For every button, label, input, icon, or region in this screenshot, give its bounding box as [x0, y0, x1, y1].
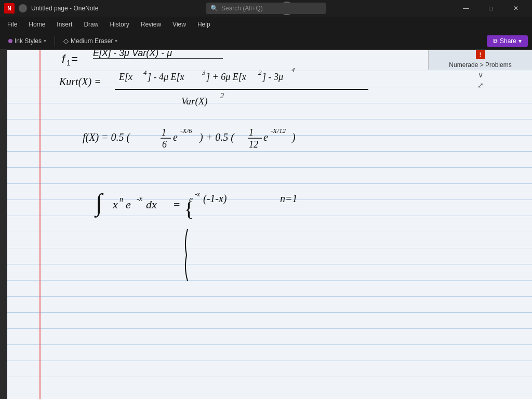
close-button[interactable]: ✕ — [504, 0, 528, 17]
search-box[interactable]: 🔍 Search (Alt+Q) — [206, 3, 326, 14]
svg-text:e: e — [126, 198, 131, 211]
svg-text:n: n — [119, 195, 123, 203]
svg-text:] - 4μ E[x: ] - 4μ E[x — [147, 72, 184, 82]
titlebar: N Untitled page - OneNote 🔍 Search (Alt+… — [0, 0, 532, 17]
svg-text:] + 6μ E[x: ] + 6μ E[x — [206, 72, 246, 82]
svg-text:=: = — [174, 198, 180, 211]
svg-text:4: 4 — [291, 66, 295, 74]
svg-text:f: f — [62, 52, 66, 65]
svg-text:2: 2 — [220, 92, 224, 100]
sidebar-strip — [0, 50, 7, 399]
menu-history[interactable]: History — [104, 19, 134, 30]
svg-text:] - 3μ: ] - 3μ — [262, 72, 283, 82]
medium-eraser-button[interactable]: ◇ Medium Eraser ▾ — [59, 35, 122, 47]
svg-text:-X/6: -X/6 — [180, 127, 192, 135]
window-controls: — □ ✕ — [454, 0, 528, 17]
svg-text:f(X) = 0.5 (: f(X) = 0.5 ( — [83, 131, 131, 143]
panel-expand-icon[interactable]: ∨ — [478, 71, 483, 79]
svg-text:∫: ∫ — [94, 189, 104, 218]
svg-text:): ) — [291, 131, 296, 143]
eraser-dropdown-icon: ▾ — [115, 38, 117, 44]
menu-insert[interactable]: Insert — [51, 19, 77, 30]
ink-styles-button[interactable]: Ink Styles ▾ — [4, 35, 50, 47]
toolbar-separator — [55, 36, 55, 46]
share-label: Share — [500, 37, 516, 45]
page-area[interactable]: f 1 = E[X] - 3μ Var(X) - μ Kurt(X) = E[x… — [7, 50, 532, 399]
svg-text:1: 1 — [249, 127, 254, 138]
medium-eraser-label: Medium Eraser — [71, 37, 113, 45]
svg-text:e: e — [263, 131, 268, 143]
maximize-button[interactable]: □ — [479, 0, 503, 17]
svg-text:6: 6 — [162, 139, 167, 150]
ink-styles-dropdown-icon: ▾ — [44, 38, 46, 44]
svg-text:(-1-x): (-1-x) — [203, 193, 227, 205]
math-content-svg: f 1 = E[X] - 3μ Var(X) - μ Kurt(X) = E[x… — [7, 50, 532, 399]
onenote-logo: N — [4, 3, 15, 14]
svg-text:Var(X): Var(X) — [181, 96, 208, 107]
svg-text:4: 4 — [143, 69, 147, 76]
svg-text:Kurt(X) =: Kurt(X) = — [59, 76, 101, 88]
menu-home[interactable]: Home — [23, 19, 50, 30]
menu-file[interactable]: File — [2, 19, 22, 30]
svg-text:E[x: E[x — [118, 72, 132, 82]
svg-text:E[X] - 3μ Var(X) - μ: E[X] - 3μ Var(X) - μ — [93, 50, 172, 58]
app-icon-circle — [19, 4, 27, 12]
main-area: f 1 = E[X] - 3μ Var(X) - μ Kurt(X) = E[x… — [0, 50, 532, 399]
svg-text:1: 1 — [162, 127, 166, 138]
title-text: Untitled page - OneNote — [31, 5, 98, 12]
svg-text:2: 2 — [258, 69, 262, 76]
svg-text:-x: -x — [195, 190, 200, 198]
margin-line — [39, 50, 41, 399]
svg-text:) + 0.5 (: ) + 0.5 ( — [199, 131, 235, 143]
svg-text:=: = — [71, 52, 78, 65]
eraser-icon: ◇ — [63, 37, 69, 45]
svg-text:-X/12: -X/12 — [271, 127, 286, 135]
menu-draw[interactable]: Draw — [78, 19, 103, 30]
minimize-button[interactable]: — — [454, 0, 478, 17]
side-panel: ! Numerade > Problems ∨ ⤢ — [428, 50, 532, 70]
ink-styles-label: Ink Styles — [15, 37, 42, 45]
share-dropdown-icon: ▾ — [518, 37, 522, 45]
menu-help[interactable]: Help — [192, 19, 216, 30]
svg-text:3: 3 — [202, 69, 206, 76]
svg-text:n=1: n=1 — [280, 193, 298, 204]
copy-icon: ⧉ — [493, 37, 498, 45]
share-button[interactable]: ⧉ Share ▾ — [487, 35, 528, 47]
search-icon: 🔍 — [210, 5, 218, 12]
menu-view[interactable]: View — [167, 19, 191, 30]
toolbar: Ink Styles ▾ ◇ Medium Eraser ▾ ⧉ Share ▾ — [0, 32, 532, 50]
panel-fullscreen-icon[interactable]: ⤢ — [477, 81, 484, 89]
svg-text:-x: -x — [137, 195, 143, 203]
svg-text:x: x — [112, 198, 118, 211]
svg-text:{: { — [184, 197, 194, 221]
search-placeholder: Search (Alt+Q) — [221, 5, 263, 12]
menubar: File Home Insert Draw History Review Vie… — [0, 17, 532, 32]
menu-review[interactable]: Review — [136, 19, 166, 30]
svg-text:12: 12 — [249, 139, 258, 150]
svg-text:e: e — [173, 131, 178, 143]
panel-warning-icon: ! — [476, 50, 485, 59]
svg-text:dx: dx — [146, 198, 157, 211]
svg-text:1: 1 — [66, 59, 71, 67]
panel-breadcrumb[interactable]: Numerade > Problems — [449, 61, 511, 69]
ink-dot-icon — [8, 39, 12, 43]
